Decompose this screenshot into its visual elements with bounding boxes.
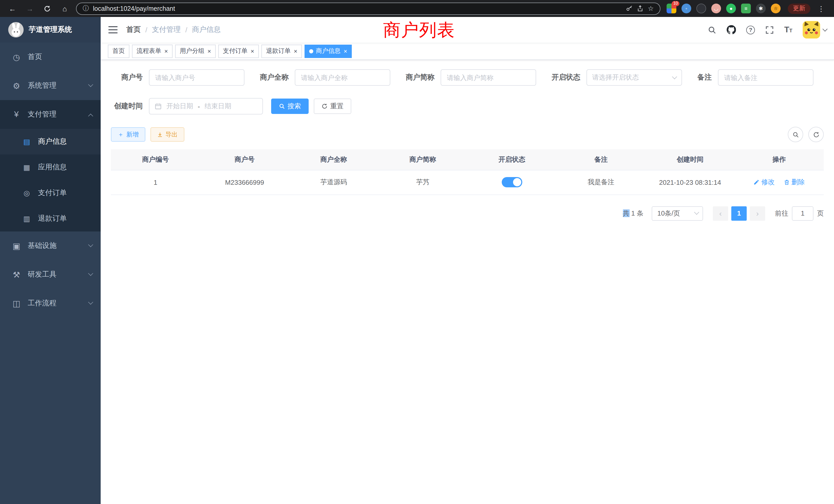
dashboard-icon: ◷ xyxy=(10,52,23,62)
extension-notes-icon[interactable]: ≡ xyxy=(741,4,751,13)
edit-link[interactable]: 修改 xyxy=(754,178,775,187)
breadcrumb-payment: 支付管理 xyxy=(152,25,181,35)
end-date-placeholder: 结束日期 xyxy=(205,101,232,111)
close-icon[interactable]: × xyxy=(294,48,297,54)
tab-refund-order[interactable]: 退款订单 × xyxy=(261,44,302,58)
tags-view: 首页 流程表单 × 用户分组 × 支付订单 × 退款订单 × xyxy=(101,43,834,60)
merchant-table: 商户编号 商户号 商户全称 商户简称 开启状态 备注 创建时间 操作 1 xyxy=(111,150,824,195)
sidebar-item-payment[interactable]: ¥ 支付管理 xyxy=(0,100,101,129)
search-icon[interactable] xyxy=(708,25,717,34)
table-header-row: 商户编号 商户号 商户全称 商户简称 开启状态 备注 创建时间 操作 xyxy=(111,150,824,170)
refresh-table-button[interactable] xyxy=(808,127,824,142)
hamburger-icon[interactable] xyxy=(101,26,125,33)
goto-page-input[interactable] xyxy=(792,206,813,221)
sidebar-item-home[interactable]: ◷ 首页 xyxy=(0,43,101,71)
col-status: 开启状态 xyxy=(467,150,556,170)
status-select[interactable]: 请选择开启状态 xyxy=(587,69,682,86)
refresh-icon xyxy=(322,103,328,109)
export-button[interactable]: 导出 xyxy=(151,127,184,142)
site-info-icon[interactable]: ⓘ xyxy=(83,4,89,13)
tab-user-group[interactable]: 用户分组 × xyxy=(175,44,216,58)
url-bar[interactable]: ⓘ localhost:1024/pay/merchant ☆ xyxy=(76,2,660,15)
link-label: 修改 xyxy=(761,178,775,187)
remark-input[interactable] xyxy=(718,69,813,86)
breadcrumb-home[interactable]: 首页 xyxy=(126,25,141,35)
extension-pinwheel-icon[interactable]: ✱ xyxy=(756,4,766,13)
table-row: 1 M233666999 芋道源码 芋艿 我是备注 2021-10-23 08:… xyxy=(111,170,824,194)
calendar-icon xyxy=(155,102,162,110)
merchant-name-input[interactable] xyxy=(295,69,390,86)
share-icon[interactable] xyxy=(637,5,644,12)
merchant-short-input[interactable] xyxy=(441,69,536,86)
close-icon[interactable]: × xyxy=(344,48,347,54)
tab-home[interactable]: 首页 xyxy=(108,44,129,58)
sidebar-item-label: 工作流程 xyxy=(28,299,89,308)
tab-pay-order[interactable]: 支付订单 × xyxy=(218,44,259,58)
workflow-icon: ◫ xyxy=(10,298,23,308)
tab-process-form[interactable]: 流程表单 × xyxy=(132,44,173,58)
browser-extensions: 10 ◦ ◡ ● ≡ ✱ ㅎ 更新 ⋮ xyxy=(664,3,829,14)
font-size-icon[interactable]: TT xyxy=(784,26,792,34)
close-icon[interactable]: × xyxy=(207,48,211,54)
sidebar-item-dev-tools[interactable]: ⚒ 研发工具 xyxy=(0,260,101,289)
toggle-search-button[interactable] xyxy=(788,127,803,142)
extension-dark-icon[interactable] xyxy=(696,4,706,13)
field-merchant-no: 商户号 xyxy=(111,69,244,86)
close-icon[interactable]: × xyxy=(164,48,168,54)
extension-drop-icon[interactable]: ◦ xyxy=(681,4,691,13)
field-status: 开启状态 请选择开启状态 xyxy=(552,69,682,86)
bookmark-star-icon[interactable]: ☆ xyxy=(648,5,654,12)
help-icon[interactable]: ? xyxy=(746,25,755,34)
merchant-no-input[interactable] xyxy=(149,69,244,86)
extension-green-circle-icon[interactable]: ● xyxy=(726,4,736,13)
field-label: 商户全称 xyxy=(260,73,289,82)
forward-icon[interactable]: → xyxy=(25,3,35,14)
sidebar-item-app-info[interactable]: ▦ 应用信息 xyxy=(0,155,101,180)
extension-palette-icon[interactable]: 10 xyxy=(666,4,676,13)
cell-status xyxy=(467,170,556,194)
reset-button[interactable]: 重置 xyxy=(314,98,351,114)
field-create-time: 创建时间 开始日期 - 结束日期 xyxy=(111,98,263,114)
tab-merchant-info[interactable]: 商户信息 × xyxy=(305,44,352,58)
pagination-total: 共 1 条 xyxy=(623,209,643,218)
sidebar-item-pay-order[interactable]: ◎ 支付订单 xyxy=(0,180,101,206)
delete-link[interactable]: 删除 xyxy=(784,178,805,187)
back-icon[interactable]: ← xyxy=(7,3,18,14)
close-icon[interactable]: × xyxy=(250,48,254,54)
sidebar-item-workflow[interactable]: ◫ 工作流程 xyxy=(0,289,101,318)
app-logo[interactable]: 芋道管理系统 xyxy=(0,17,101,43)
sidebar-item-merchant-info[interactable]: ▤ 商户信息 xyxy=(0,129,101,155)
page-size-select[interactable]: 10条/页 xyxy=(652,206,703,221)
button-label: 搜索 xyxy=(288,101,301,111)
status-toggle[interactable] xyxy=(502,177,522,187)
col-short-name: 商户简称 xyxy=(378,150,467,170)
browser-update-button[interactable]: 更新 xyxy=(788,3,810,14)
select-placeholder: 请选择开启状态 xyxy=(592,73,639,82)
prev-page-button[interactable]: ‹ xyxy=(713,206,728,221)
github-icon[interactable] xyxy=(727,25,736,35)
sidebar-item-label: 研发工具 xyxy=(28,270,89,279)
fullscreen-icon[interactable] xyxy=(765,25,774,34)
sidebar-item-label: 退款订单 xyxy=(38,214,92,223)
password-key-icon[interactable] xyxy=(626,5,633,12)
search-button[interactable]: 搜索 xyxy=(271,98,309,114)
screen: ← → ⌂ ⓘ localhost:1024/pay/merchant ☆ 10… xyxy=(0,0,834,504)
page-button-1[interactable]: 1 xyxy=(731,206,747,221)
sidebar-item-refund-order[interactable]: ▥ 退款订单 xyxy=(0,206,101,231)
create-time-range-input[interactable]: 开始日期 - 结束日期 xyxy=(149,98,263,114)
reload-icon[interactable] xyxy=(42,3,52,14)
card-icon: ▤ xyxy=(21,138,33,146)
col-actions: 操作 xyxy=(734,150,824,170)
browser-menu-icon[interactable]: ⋮ xyxy=(815,4,827,13)
sidebar-item-infrastructure[interactable]: ▣ 基础设施 xyxy=(0,231,101,260)
pencil-icon xyxy=(754,179,760,185)
user-menu[interactable] xyxy=(803,21,827,39)
add-button[interactable]: ＋ 新增 xyxy=(111,127,145,142)
tools-icon: ⚒ xyxy=(10,270,23,279)
extension-emoji-icon[interactable]: ㅎ xyxy=(771,4,781,13)
extension-avatar-icon[interactable]: ◡ xyxy=(711,4,721,13)
next-page-button[interactable]: › xyxy=(750,206,765,221)
col-full-name: 商户全称 xyxy=(289,150,378,170)
home-icon[interactable]: ⌂ xyxy=(60,3,70,14)
sidebar-item-system[interactable]: ⚙ 系统管理 xyxy=(0,71,101,100)
